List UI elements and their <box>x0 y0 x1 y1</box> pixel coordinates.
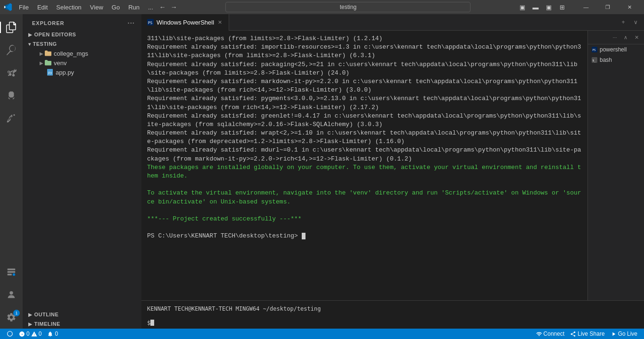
terminal-line-empty-1 <box>147 180 582 189</box>
svg-text:✕: ✕ <box>21 332 23 336</box>
tab-close-icon[interactable]: ✕ <box>217 19 223 26</box>
timeline-header[interactable]: ▶ TIMELINE <box>23 319 141 329</box>
terminal-line-green-1: These packages are installed globally on… <box>147 163 582 180</box>
activity-remote-icon[interactable] <box>0 261 23 283</box>
outline-chevron-icon: ▶ <box>28 312 33 317</box>
side-panel-close-icon[interactable]: ✕ <box>632 33 641 42</box>
close-button[interactable]: ✕ <box>619 0 640 14</box>
svg-point-3 <box>13 273 16 276</box>
terminal-dropdown-button[interactable]: ∨ <box>630 17 641 28</box>
terminal-tab-powershell[interactable]: PS Windows PowerShell ✕ <box>141 14 229 31</box>
terminal-line-green-2: To activate the virtual environment, nav… <box>147 189 582 206</box>
statusbar-notifications[interactable]: 0 <box>44 329 61 339</box>
svg-rect-0 <box>8 269 16 271</box>
terminal-line-6: Requirement already satisfied: wrapt<2,>… <box>147 129 582 146</box>
side-panel-more-icon[interactable]: ··· <box>610 33 619 42</box>
terminal-line-0: 311\lib\site-packages (from limits>=2.8-… <box>147 34 582 43</box>
side-panel-item-bash[interactable]: $_ bash <box>588 55 644 65</box>
sidebar-more-icon[interactable]: ··· <box>126 18 136 28</box>
menu-go[interactable]: Go <box>108 3 124 12</box>
terminal-content: 311\lib\site-packages (from limits>=2.8-… <box>141 31 644 300</box>
activity-extensions-icon[interactable] <box>0 107 23 129</box>
tree-item-app-py[interactable]: py app.py <box>23 68 141 77</box>
menu-file[interactable]: File <box>15 3 33 12</box>
bell-icon <box>47 331 53 337</box>
terminal-prompt-line: PS C:\Users\KENNART TECH\desktop\testing… <box>147 232 582 240</box>
layout-icons: ▣ ▬ ▣ ⊞ <box>517 1 568 13</box>
restore-button[interactable]: ❐ <box>597 0 619 14</box>
sidebar: EXPLORER ··· ▶ OPEN EDITORS ▾ TESTING ▶ … <box>23 14 141 329</box>
venv-chevron-icon: ▶ <box>40 60 43 66</box>
activity-accounts-icon[interactable] <box>0 283 23 306</box>
activity-run-debug-icon[interactable] <box>0 84 23 107</box>
timeline-chevron-icon: ▶ <box>28 322 33 327</box>
error-icon: ✕ <box>19 331 25 337</box>
testing-header[interactable]: ▾ TESTING <box>23 39 141 49</box>
sidebar-title: EXPLORER ··· <box>23 14 141 30</box>
side-panel-up-icon[interactable]: ∧ <box>621 33 630 42</box>
open-editors-header[interactable]: ▶ OPEN EDITORS <box>23 30 141 39</box>
toggle-panel-icon[interactable]: ▬ <box>530 1 541 13</box>
menu-view[interactable]: View <box>86 3 107 12</box>
bash-cursor-icon <box>150 320 154 326</box>
terminal-bottom-text: KENNART TECH@KENNART-TECH MINGW64 ~/desk… <box>147 305 321 312</box>
side-panel-header: ··· ∧ ✕ <box>588 31 644 44</box>
powershell-shell-icon: PS <box>592 47 597 52</box>
connect-icon <box>536 331 542 337</box>
minimize-button[interactable]: — <box>575 0 597 14</box>
settings-badge: 1 <box>13 310 20 316</box>
search-input[interactable] <box>225 2 471 12</box>
statusbar-errors[interactable]: ✕ 0 0 <box>16 329 44 339</box>
menu-run[interactable]: Run <box>124 3 143 12</box>
toggle-sidebar-icon[interactable]: ▣ <box>517 1 528 13</box>
terminal-line-5: Requirement already satisfied: greenlet!… <box>147 112 582 129</box>
live-share-icon <box>570 331 576 337</box>
nav-back-button[interactable]: ← <box>157 1 168 13</box>
statusbar: ✕ 0 0 0 Connect Live Share Go Live <box>0 329 644 339</box>
outline-section: ▶ OUTLINE <box>23 310 141 319</box>
toggle-secondary-sidebar-icon[interactable]: ▣ <box>543 1 554 13</box>
activity-explorer-icon[interactable] <box>0 16 23 39</box>
statusbar-left: ✕ 0 0 0 <box>4 329 61 339</box>
statusbar-go-live-button[interactable]: Go Live <box>608 329 640 339</box>
statusbar-live-share-button[interactable]: Live Share <box>567 329 607 339</box>
svg-rect-2 <box>8 274 12 276</box>
svg-rect-1 <box>8 271 16 273</box>
terminal-line-empty-3 <box>147 223 582 232</box>
menu-more[interactable]: ... <box>144 3 157 12</box>
outline-header[interactable]: ▶ OUTLINE <box>23 310 141 319</box>
window-controls: — ❐ ✕ <box>575 0 640 14</box>
menu-selection[interactable]: Selection <box>52 3 85 12</box>
terminal-cursor <box>302 233 305 239</box>
svg-text:PS: PS <box>593 48 596 51</box>
statusbar-connect-button[interactable]: Connect <box>533 329 568 339</box>
activity-search-icon[interactable] <box>0 39 23 61</box>
python-file-icon: py <box>46 68 54 76</box>
terminal-line-4: Requirement already satisfied: pygments<… <box>147 94 582 111</box>
tree-item-college-mgs[interactable]: ▶ college_mgs <box>23 49 141 58</box>
terminal-tab-actions: + ∨ <box>615 17 644 28</box>
main-content: 1 EXPLORER ··· ▶ OPEN EDITORS ▾ TESTING <box>0 14 644 329</box>
terminal-bottom-bar: KENNART TECH@KENNART-TECH MINGW64 ~/desk… <box>141 300 644 317</box>
svg-text:PS: PS <box>148 21 153 25</box>
menu-edit[interactable]: Edit <box>33 3 51 12</box>
tree-item-venv[interactable]: ▶ venv <box>23 58 141 68</box>
statusbar-remote-icon[interactable] <box>4 329 16 339</box>
customize-layout-icon[interactable]: ⊞ <box>556 1 568 13</box>
terminal-bottom-prompt: $ <box>141 317 644 329</box>
side-panel-item-powershell[interactable]: PS powershell <box>588 44 644 55</box>
testing-section: ▾ TESTING ▶ college_mgs ▶ venv py app.py <box>23 39 141 77</box>
activity-settings-icon[interactable]: 1 <box>0 306 23 329</box>
open-editors-section: ▶ OPEN EDITORS <box>23 30 141 39</box>
terminal-bottom-prompt-text: $ <box>147 320 150 326</box>
terminal-line-7: Requirement already satisfied: mdurl~=0.… <box>147 146 582 163</box>
activity-source-control-icon[interactable] <box>0 61 23 84</box>
open-editors-chevron-icon: ▶ <box>28 32 33 37</box>
college-mgs-chevron-icon: ▶ <box>40 51 43 56</box>
terminal-output[interactable]: 311\lib\site-packages (from limits>=2.8-… <box>141 31 587 300</box>
nav-forward-button[interactable]: → <box>168 1 180 13</box>
bash-shell-icon: $_ <box>592 57 597 63</box>
add-terminal-button[interactable]: + <box>618 17 629 28</box>
statusbar-right: Connect Live Share Go Live <box>533 329 640 339</box>
terminal-side-panel: ··· ∧ ✕ PS powershell $_ bash <box>587 31 644 300</box>
